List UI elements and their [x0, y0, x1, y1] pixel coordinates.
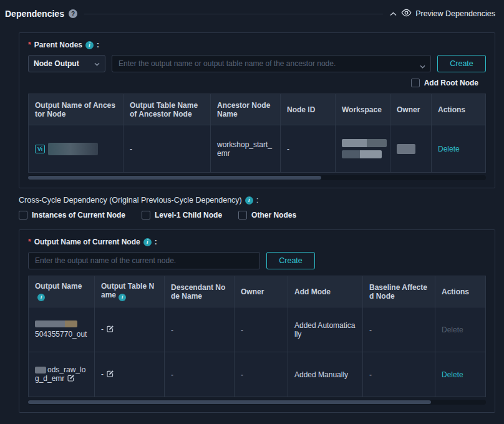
col-actions: Actions — [432, 94, 486, 125]
option-label: Instances of Current Node — [32, 211, 125, 219]
table-header-row: Output Namei Output Table Namei Descenda… — [29, 276, 486, 307]
cell-add-mode: Added Automatically — [288, 307, 363, 352]
add-root-node-label: Add Root Node — [424, 79, 478, 87]
chevron-down-icon[interactable] — [420, 62, 425, 70]
info-icon[interactable]: i — [143, 238, 152, 246]
option-label: Level-1 Child Node — [155, 211, 222, 219]
edit-icon[interactable] — [106, 370, 114, 380]
cell-baseline-affected-node: - — [363, 352, 435, 397]
ancestor-search-input[interactable] — [112, 55, 431, 72]
info-icon[interactable]: i — [245, 196, 253, 205]
col-owner: Owner — [235, 276, 288, 307]
current-node-label: Output Name of Current Node — [34, 238, 140, 246]
ancestor-type-select[interactable]: Node Output — [28, 55, 105, 72]
col-output-table-name-ancestor: Output Table Name of Ancestor Node — [124, 94, 211, 125]
node-type-badge: Vi — [35, 145, 45, 153]
col-workspace: Workspace — [336, 94, 390, 125]
col-output-name: Output Namei — [29, 276, 95, 307]
parent-nodes-table: Output Name of Ancestor Node Output Tabl… — [28, 94, 486, 173]
col-output-table-name: Output Table Namei — [95, 276, 165, 307]
dependencies-panel: Dependencies ? Preview Dependencies * Pa… — [0, 0, 504, 413]
current-node-table: Output Namei Output Table Namei Descenda… — [28, 276, 486, 397]
label-colon: : — [256, 196, 258, 205]
table-row: 504355770_out - - - Added Automatically … — [29, 307, 486, 352]
info-icon[interactable]: i — [119, 294, 126, 301]
help-icon[interactable]: ? — [69, 9, 77, 18]
redacted-output-name — [48, 143, 98, 155]
cell-output-table-name: - — [124, 125, 211, 173]
cell-owner: - — [235, 352, 288, 397]
col-add-mode: Add Mode — [288, 276, 363, 307]
cell-descendant-node-name: - — [165, 352, 235, 397]
label-colon: : — [155, 238, 157, 246]
ancestor-type-select-value: Node Output — [34, 59, 79, 68]
table-row: Vi - workshop_start_emr - Delete — [29, 125, 486, 173]
redacted-owner — [397, 144, 415, 154]
eye-icon — [401, 9, 412, 19]
level-1-child-node-checkbox[interactable] — [142, 211, 150, 219]
col-ancestor-node-name: Ancestor Node Name — [211, 94, 281, 125]
col-baseline-affected-node: Baseline Affected Node — [363, 276, 435, 307]
scrollbar-thumb[interactable] — [28, 176, 321, 180]
parent-nodes-panel: * Parent Nodes i : Node Output Create — [19, 32, 495, 188]
required-mark: * — [28, 41, 31, 49]
header-divider — [84, 14, 383, 14]
edit-icon[interactable] — [106, 325, 114, 335]
table-header-row: Output Name of Ancestor Node Output Tabl… — [29, 94, 486, 125]
horizontal-scrollbar — [28, 400, 486, 405]
cell-node-id: - — [281, 125, 336, 173]
current-node-output-panel: * Output Name of Current Node i : Create… — [19, 229, 495, 413]
chevron-down-icon — [94, 59, 100, 68]
cell-output-table-name: - — [95, 307, 165, 352]
current-node-label-row: * Output Name of Current Node i : — [28, 238, 486, 246]
add-root-node-row: Add Root Node — [28, 79, 486, 87]
current-create-button[interactable]: Create — [266, 252, 315, 269]
col-node-id: Node ID — [281, 94, 336, 125]
option-other-nodes[interactable]: Other Nodes — [238, 211, 296, 219]
cross-cycle-section: Cross-Cycle Dependency (Original Previou… — [19, 196, 495, 219]
cell-actions: Delete — [435, 352, 486, 397]
cross-cycle-label: Cross-Cycle Dependency (Original Previou… — [19, 196, 242, 205]
parent-nodes-label: Parent Nodes — [34, 41, 82, 49]
delete-link[interactable]: Delete — [438, 145, 460, 153]
cross-cycle-label-row: Cross-Cycle Dependency (Original Previou… — [19, 196, 495, 205]
scrollbar-thumb[interactable] — [28, 400, 431, 404]
col-descendant-node-name: Descendant Node Name — [165, 276, 235, 307]
section-header: Dependencies ? Preview Dependencies — [5, 6, 495, 21]
cell-baseline-affected-node: - — [363, 307, 435, 352]
add-root-node-checkbox[interactable] — [411, 79, 420, 87]
parent-nodes-controls: Node Output Create — [28, 55, 486, 72]
option-label: Other Nodes — [251, 211, 296, 219]
cell-actions: Delete — [432, 125, 486, 173]
col-actions: Actions — [435, 276, 486, 307]
ancestor-search-combo — [112, 55, 431, 72]
current-output-combo — [28, 252, 260, 269]
cross-cycle-options: Instances of Current Node Level-1 Child … — [19, 211, 495, 219]
edit-icon[interactable] — [67, 374, 75, 384]
cell-ancestor-node-name: workshop_start_emr — [211, 125, 281, 173]
chevron-up-icon — [390, 9, 397, 18]
option-instances-of-current-node[interactable]: Instances of Current Node — [19, 211, 125, 219]
redacted-prefix — [35, 320, 77, 327]
required-mark: * — [28, 238, 31, 246]
instances-current-node-checkbox[interactable] — [19, 211, 27, 219]
other-nodes-checkbox[interactable] — [238, 211, 247, 219]
info-icon[interactable]: i — [85, 41, 94, 49]
parent-nodes-label-row: * Parent Nodes i : — [28, 41, 486, 49]
current-node-controls: Create — [28, 252, 486, 269]
cell-output-name: Vi — [29, 125, 124, 173]
redacted-prefix — [35, 367, 46, 373]
cell-output-table-name: - — [95, 352, 165, 397]
info-icon[interactable]: i — [37, 294, 45, 301]
current-output-input[interactable] — [28, 252, 260, 269]
delete-link[interactable]: Delete — [442, 370, 463, 379]
delete-link-disabled: Delete — [442, 325, 463, 334]
preview-dependencies-button[interactable]: Preview Dependencies — [401, 9, 495, 19]
option-level-1-child-node[interactable]: Level-1 Child Node — [142, 211, 222, 219]
parent-create-button[interactable]: Create — [437, 55, 486, 72]
collapse-button[interactable] — [390, 9, 397, 18]
cell-owner: - — [235, 307, 288, 352]
table-row: ods_raw_log_d_emr - - - Added Manually -… — [29, 352, 486, 397]
preview-dependencies-label: Preview Dependencies — [415, 9, 495, 18]
cell-add-mode: Added Manually — [288, 352, 363, 397]
